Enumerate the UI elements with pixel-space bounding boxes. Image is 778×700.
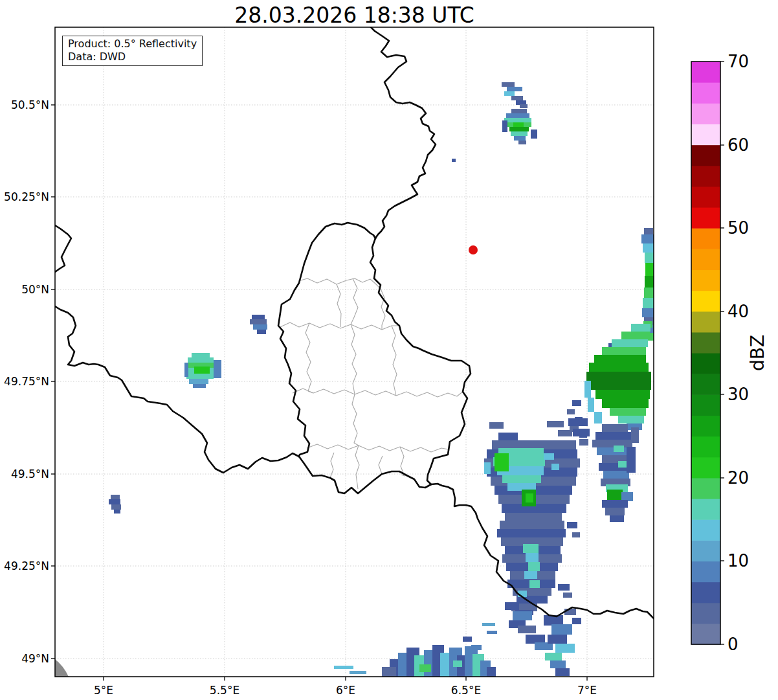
radar-cell xyxy=(511,96,523,100)
radar-cell xyxy=(193,384,206,388)
radar-cell xyxy=(597,447,629,455)
radar-cell xyxy=(545,653,562,660)
radar-cell xyxy=(250,319,267,324)
radar-cell xyxy=(572,400,581,406)
radar-cell xyxy=(618,416,644,423)
colorbar-axis-label: dBZ xyxy=(747,335,768,371)
radar-cell xyxy=(487,631,497,634)
radar-cell xyxy=(194,367,210,374)
radar-cell xyxy=(492,440,576,449)
canton-border xyxy=(293,389,463,397)
colorbar-segment xyxy=(691,415,720,436)
radar-cell xyxy=(526,635,545,644)
radar-cell xyxy=(188,357,214,363)
radar-cell xyxy=(498,433,518,440)
y-tick-label: 49.25°N xyxy=(4,559,49,572)
radar-cell xyxy=(511,131,528,136)
radar-figure: 28.03.2026 18:38 UTC 50.5°N50.25°N50°N49… xyxy=(0,0,778,700)
radar-cell xyxy=(612,339,648,347)
radar-cell xyxy=(572,618,581,624)
product-annotation-box: Product: 0.5° Reflectivity Data: DWD xyxy=(62,36,203,66)
radar-cell xyxy=(487,667,496,677)
radar-cell xyxy=(111,495,120,499)
radar-cell xyxy=(257,330,266,334)
map-frame xyxy=(55,27,654,677)
canton-border xyxy=(351,278,359,489)
radar-cell xyxy=(471,645,482,650)
radar-cell xyxy=(643,298,654,308)
radar-cell xyxy=(567,409,575,414)
canton-border xyxy=(306,323,313,393)
radar-cell xyxy=(500,521,564,529)
radar-cell xyxy=(547,421,564,427)
radar-cell xyxy=(505,602,519,610)
radar-cell xyxy=(502,120,507,132)
colorbar-tick-label: 60 xyxy=(728,135,749,155)
radar-cell xyxy=(564,609,576,615)
radar-cell xyxy=(531,130,537,139)
radar-cell xyxy=(548,635,567,644)
radar-cell xyxy=(419,664,431,672)
colorbar-tick-label: 10 xyxy=(728,551,749,570)
radar-cell xyxy=(644,288,654,298)
colorbar: 010203040506070dBZ xyxy=(691,52,768,654)
radar-cell xyxy=(523,544,539,553)
colorbar-segment xyxy=(691,207,720,229)
x-tick-label: 5.5°E xyxy=(210,684,239,697)
radar-cell xyxy=(550,660,566,668)
radar-cell xyxy=(528,562,540,571)
radar-cell xyxy=(253,324,267,330)
radar-cell xyxy=(610,515,624,522)
radar-cell xyxy=(513,611,532,620)
radar-cell xyxy=(551,464,559,470)
canton-border xyxy=(280,322,399,330)
canton-border xyxy=(337,284,341,327)
radar-cell xyxy=(484,462,491,474)
colorbar-tick-label: 70 xyxy=(728,52,749,71)
radar-cell xyxy=(184,363,188,377)
y-tick-label: 49°N xyxy=(21,652,49,665)
colorbar-segment xyxy=(691,228,720,249)
colorbar-segment xyxy=(691,457,720,479)
colorbar-segment xyxy=(691,394,720,416)
radar-cell xyxy=(555,668,570,676)
radar-cell xyxy=(605,508,625,515)
radar-cell xyxy=(621,492,633,501)
radar-cell xyxy=(602,399,649,408)
radar-cell xyxy=(453,660,462,667)
radar-cell xyxy=(631,324,650,332)
colorbar-segment xyxy=(691,124,720,145)
colorbar-segment xyxy=(691,603,720,624)
radar-cell xyxy=(614,446,624,452)
radar-cell xyxy=(610,408,646,416)
radar-cell xyxy=(563,593,572,598)
radar-cell xyxy=(514,136,526,141)
radar-cell xyxy=(489,422,504,429)
radar-cell xyxy=(558,584,570,591)
radar-echo-layer xyxy=(109,82,654,677)
radar-cell xyxy=(520,104,528,108)
canton-border xyxy=(379,456,383,474)
radar-cell xyxy=(579,439,588,446)
radar-cell xyxy=(482,623,495,626)
colorbar-segment xyxy=(691,145,720,166)
radar-cell xyxy=(588,398,594,412)
radar-cell xyxy=(551,624,572,635)
radar-cell xyxy=(642,308,654,317)
radar-cell xyxy=(502,475,541,483)
axis-tick-layer xyxy=(51,105,587,681)
radar-cell xyxy=(544,453,554,460)
colorbar-segment xyxy=(691,269,720,291)
colorbar-segment xyxy=(691,499,720,520)
y-tick-label: 50.5°N xyxy=(11,98,49,111)
radar-cell xyxy=(618,461,627,468)
colorbar-segment xyxy=(691,82,720,104)
radar-cell xyxy=(506,113,529,118)
radar-cell xyxy=(602,347,646,355)
radar-cell xyxy=(529,580,540,588)
colorbar-segment xyxy=(691,478,720,499)
radar-cell xyxy=(568,418,588,426)
colorbar-segment xyxy=(691,186,720,208)
radar-cell xyxy=(518,141,526,144)
colorbar-segment xyxy=(691,353,720,374)
